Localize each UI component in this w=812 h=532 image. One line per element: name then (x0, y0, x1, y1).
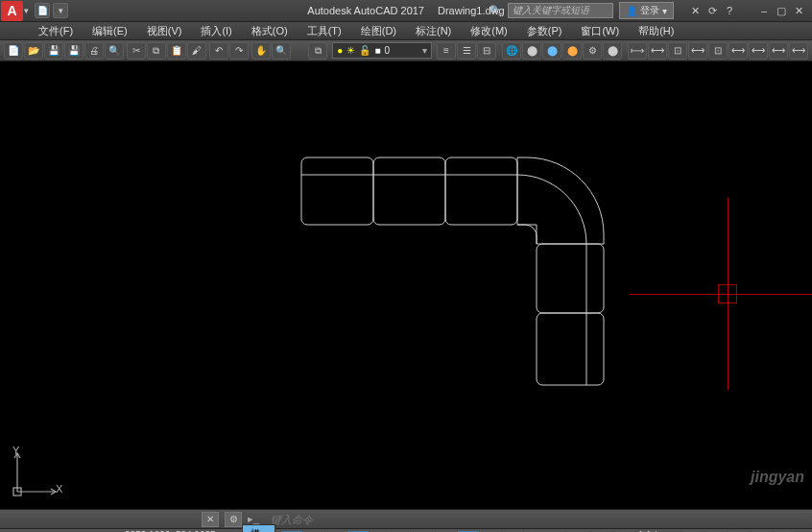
cmd-config-icon[interactable]: ⚙ (225, 512, 242, 527)
qat-dropdown-icon[interactable]: ▾ (53, 3, 68, 18)
doc-window-controls: – ▢ ✕ (756, 4, 806, 17)
tb-print-icon[interactable]: 🖨 (84, 42, 104, 60)
tb-dim6-icon[interactable]: ⟷ (728, 42, 748, 60)
tb-pan-icon[interactable]: ✋ (251, 42, 271, 60)
layer-freeze-icon: ☀ (346, 45, 355, 56)
layer-dropdown-icon: ▾ (422, 45, 427, 56)
tb-cut-icon[interactable]: ✂ (127, 42, 146, 60)
tb-vstyle2-icon[interactable]: ⬤ (522, 42, 541, 60)
menu-window[interactable]: 窗口(W) (571, 22, 629, 40)
title-bar: A ▾ 📄 ▾ Autodesk AutoCAD 2017 Drawing1.d… (0, 0, 812, 22)
watermark: jingyan (751, 469, 804, 486)
menu-file[interactable]: 文件(F) (29, 22, 83, 40)
title-text: Autodesk AutoCAD 2017 Drawing1.dwg (307, 5, 504, 16)
svg-rect-4 (445, 157, 517, 225)
menu-dim[interactable]: 标注(N) (406, 22, 461, 40)
menu-bar: 文件(F) 编辑(E) 视图(V) 插入(I) 格式(O) 工具(T) 绘图(D… (0, 22, 812, 40)
tb-vstyle1-icon[interactable]: 🌐 (502, 42, 521, 60)
menu-param[interactable]: 参数(P) (517, 22, 572, 40)
tb-new-icon[interactable]: 📄 (4, 42, 23, 60)
tb-copy-icon[interactable]: ⧉ (147, 42, 166, 60)
layer-lock-icon: 🔓 (359, 45, 370, 56)
menu-tools[interactable]: 工具(T) (298, 22, 351, 40)
tb-saveas-icon[interactable]: 💾 (64, 42, 84, 60)
model-tab[interactable]: 模型 (242, 524, 275, 533)
tb-dim3-icon[interactable]: ⊡ (668, 42, 687, 60)
cmd-close-icon[interactable]: ✕ (202, 512, 219, 527)
command-line: ✕ ⚙ ▸_ (0, 509, 812, 528)
ucs-y-label: Y (12, 445, 19, 456)
tb-save-icon[interactable]: 💾 (44, 42, 63, 60)
tb-preview-icon[interactable]: 🔍 (105, 42, 124, 60)
menu-draw[interactable]: 绘图(D) (351, 22, 406, 40)
doc-minimize-icon[interactable]: – (756, 4, 772, 17)
menu-insert[interactable]: 插入(I) (191, 22, 241, 40)
login-dropdown-icon: ▾ (662, 6, 667, 16)
menu-format[interactable]: 格式(O) (242, 22, 298, 40)
tb-redo-icon[interactable]: ↷ (229, 42, 249, 60)
toolbar-right: ≡ ☰ ⊟ 🌐 ⬤ ⬤ ⬤ ⚙ ⬤ ⟼ ⟷ ⊡ ⟷ ⊡ ⟷ ⟷ ⟷ ⟷ (437, 42, 808, 60)
tb-vstyle6-icon[interactable]: ⬤ (603, 42, 622, 60)
app-logo[interactable]: A (1, 1, 23, 21)
menu-modify[interactable]: 修改(M) (461, 22, 517, 40)
help-icon[interactable]: ? (722, 4, 737, 17)
window-controls: ✕ ⟳ ? (687, 4, 737, 17)
tb-layer-tool2-icon[interactable]: ☰ (457, 42, 476, 60)
tb-layer-tool3-icon[interactable]: ⊟ (477, 42, 496, 60)
title-right: 🔍 键入关键字或短语 👤 登录 ▾ ✕ ⟳ ? – ▢ ✕ (489, 2, 812, 19)
status-bar: 2252.1396, 584.9625, 0.0000 模型 ▦ ⊞ ⊡ ╋ ∟… (0, 528, 812, 532)
app-menu-arrow[interactable]: ▾ (24, 6, 29, 15)
doc-restore-icon[interactable]: ▢ (774, 4, 789, 17)
menu-help[interactable]: 帮助(H) (629, 22, 683, 40)
layer-combo[interactable]: ● ☀ 🔓 ■ 0 ▾ (332, 42, 432, 59)
quick-access-toolbar: 📄 ▾ (35, 3, 68, 18)
ucs-x-label: X (56, 483, 62, 495)
tb-vstyle4-icon[interactable]: ⬤ (562, 42, 582, 60)
doc-close-icon[interactable]: ✕ (791, 4, 806, 17)
drawing-canvas[interactable]: Y X jingyan (0, 61, 812, 509)
exchange-icon[interactable]: ✕ (687, 4, 703, 17)
tb-zoom-icon[interactable]: 🔍 (272, 42, 291, 60)
login-button[interactable]: 👤 登录 ▾ (619, 2, 674, 19)
qat-new-icon[interactable]: 📄 (35, 3, 50, 18)
tb-dim5-icon[interactable]: ⊡ (708, 42, 728, 60)
svg-rect-2 (373, 157, 445, 225)
tb-dim7-icon[interactable]: ⟷ (749, 42, 768, 60)
command-input[interactable] (265, 514, 812, 525)
layer-color-icon: ■ (374, 45, 380, 56)
drawing-content (0, 61, 812, 509)
tb-vstyle5-icon[interactable]: ⚙ (583, 42, 602, 60)
svg-rect-6 (537, 244, 604, 313)
tb-vstyle3-icon[interactable]: ⬤ (542, 42, 561, 60)
tb-dim2-icon[interactable]: ⟷ (648, 42, 667, 60)
login-label: 登录 (640, 4, 659, 17)
tb-paste-icon[interactable]: 📋 (167, 42, 186, 60)
app-name: Autodesk AutoCAD 2017 (307, 5, 424, 16)
tb-dim8-icon[interactable]: ⟷ (769, 42, 788, 60)
doc-name: Drawing1.dwg (438, 5, 505, 16)
menu-view[interactable]: 视图(V) (137, 22, 192, 40)
tb-dim1-icon[interactable]: ⟼ (628, 42, 647, 60)
layer-name: 0 (384, 45, 390, 56)
ucs-icon: Y X (10, 448, 62, 503)
tb-dim4-icon[interactable]: ⟷ (688, 42, 707, 60)
main-toolbar: 📄 📂 💾 💾 🖨 🔍 ✂ ⧉ 📋 🖌 ↶ ↷ ✋ 🔍 ⧉ ● ☀ 🔓 ■ 0 … (0, 40, 812, 61)
tb-dim9-icon[interactable]: ⟷ (789, 42, 808, 60)
tb-open-icon[interactable]: 📂 (24, 42, 43, 60)
a360-icon[interactable]: ⟳ (705, 4, 720, 17)
tb-layer-props-icon[interactable]: ⧉ (308, 42, 327, 60)
search-input[interactable]: 键入关键字或短语 (508, 3, 613, 18)
svg-rect-8 (537, 313, 604, 385)
svg-rect-0 (301, 157, 373, 225)
tb-match-icon[interactable]: 🖌 (187, 42, 206, 60)
person-icon: 👤 (626, 6, 637, 16)
tb-layer-tool1-icon[interactable]: ≡ (437, 42, 456, 60)
tb-undo-icon[interactable]: ↶ (209, 42, 228, 60)
menu-edit[interactable]: 编辑(E) (83, 22, 137, 40)
layer-on-icon: ● (337, 45, 343, 56)
